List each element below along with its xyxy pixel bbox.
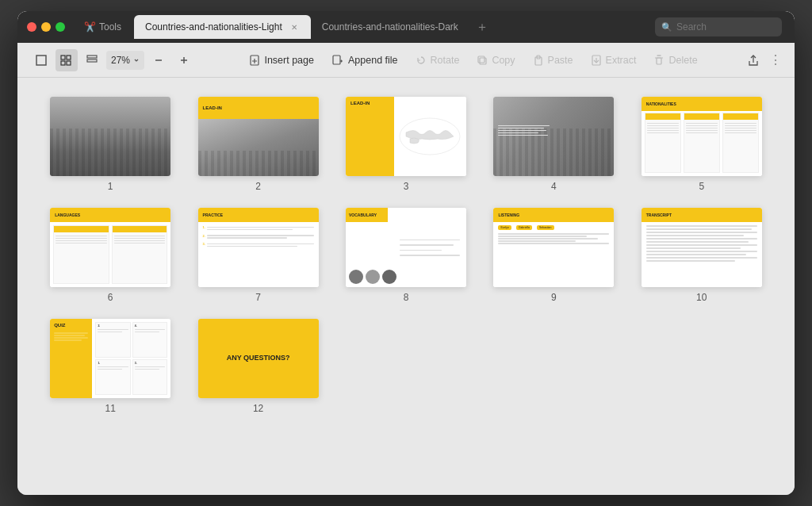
slide-1-content: COUNTRIES & NATIONALITIES (50, 97, 170, 176)
slide-2-title: LEAD-IN (203, 105, 222, 110)
svg-rect-22 (657, 58, 661, 64)
delete-button[interactable]: Delete (645, 50, 705, 71)
page-item-10[interactable]: TRANSCRIPT 10 (634, 208, 769, 303)
slide-9-header: LISTENING (493, 208, 614, 222)
page-num-8: 8 (404, 292, 409, 303)
insert-page-button[interactable]: Insert page (241, 50, 322, 71)
app-window: ✂️ Tools Countries-and-nationalities-Lig… (17, 11, 795, 495)
page-thumb-3[interactable]: LEAD-IN (346, 97, 466, 176)
search-icon: 🔍 (661, 22, 672, 33)
page-thumb-9[interactable]: LISTENING Evelyn Gabriella Sebastian (493, 208, 614, 287)
paste-icon (533, 54, 544, 67)
slide-3-content: LEAD-IN (346, 97, 466, 176)
page-item-9[interactable]: LISTENING Evelyn Gabriella Sebastian (486, 208, 621, 303)
single-page-view-button[interactable] (30, 49, 52, 71)
page-num-7: 7 (255, 292, 261, 303)
share-button[interactable] (742, 49, 764, 71)
grid-icon (60, 55, 73, 66)
tools-icon: ✂️ (84, 21, 96, 33)
page-item-1[interactable]: COUNTRIES & NATIONALITIES 1 (43, 97, 178, 192)
page-num-11: 11 (105, 403, 116, 414)
page-thumb-10[interactable]: TRANSCRIPT (642, 208, 762, 287)
tools-menu[interactable]: ✂️ Tools (78, 19, 128, 35)
slide-8-right (396, 211, 463, 284)
scroll-view-button[interactable] (81, 49, 103, 71)
page-num-3: 3 (404, 181, 409, 192)
slide-11-grid: 2. 4. 1. 3. (92, 319, 170, 398)
append-file-button[interactable]: Append file (324, 50, 406, 71)
search-box[interactable]: 🔍 (655, 17, 782, 36)
slide-6-table (53, 225, 167, 284)
secondary-toolbar: 27% Insert page (17, 43, 795, 78)
tab-add-button[interactable]: ＋ (469, 19, 495, 36)
copy-label: Copy (492, 55, 515, 66)
slide-11-q3: 1. (95, 359, 130, 395)
slide-12-content: ANY QUESTIONS? (198, 319, 319, 398)
slide-4-content-text (493, 121, 560, 176)
paste-button[interactable]: Paste (525, 50, 581, 71)
zoom-control[interactable]: 27% (106, 51, 144, 70)
svg-rect-0 (36, 56, 46, 65)
single-page-icon (35, 55, 48, 66)
plus-icon (178, 55, 190, 66)
slide-6-header: LANGUAGES (50, 208, 170, 222)
slide-8-circles (349, 270, 396, 284)
page-item-2[interactable]: LEAD-IN 2 (190, 97, 325, 192)
page-item-5[interactable]: NATIONALITIES (634, 97, 769, 192)
page-thumb-1[interactable]: COUNTRIES & NATIONALITIES (50, 97, 170, 176)
more-options-button[interactable]: ⋮ (769, 52, 782, 67)
zoom-value: 27% (111, 55, 130, 66)
page-thumb-7[interactable]: PRACTICE 1. 2. 3. (198, 208, 319, 287)
slide-5-col-2 (684, 113, 720, 173)
page-thumb-5[interactable]: NATIONALITIES (642, 97, 762, 176)
rotate-button[interactable]: Rotate (408, 51, 468, 70)
slide-7-item-2: 2. (203, 234, 314, 240)
slide-9-body: Evelyn Gabriella Sebastian (498, 225, 609, 282)
page-item-8[interactable]: VOCABULARY 8 (339, 208, 473, 303)
pages-container[interactable]: COUNTRIES & NATIONALITIES 1 LEAD-IN (17, 78, 795, 495)
slide-2-image (198, 119, 319, 176)
share-icon (747, 53, 760, 67)
page-item-7[interactable]: PRACTICE 1. 2. 3. (190, 208, 325, 303)
copy-button[interactable]: Copy (469, 51, 523, 70)
page-thumb-11[interactable]: QUIZ 2. (50, 319, 170, 398)
zoom-chevron-icon (133, 57, 140, 63)
slide-7-item-1: 1. (203, 225, 314, 232)
page-item-3[interactable]: LEAD-IN 3 (339, 97, 473, 192)
zoom-out-button[interactable] (147, 49, 170, 71)
page-item-12[interactable]: ANY QUESTIONS? 12 (190, 319, 325, 414)
page-thumb-8[interactable]: VOCABULARY (346, 208, 466, 287)
page-item-4[interactable]: SPEAKING 4 (486, 97, 621, 192)
tab-active[interactable]: Countries-and-nationalities-Light ✕ (134, 15, 311, 39)
slide-3-map (394, 97, 466, 176)
close-button[interactable] (27, 22, 36, 32)
grid-view-button[interactable] (56, 49, 78, 71)
slide-8-circle-2 (366, 270, 380, 284)
slide-2-content: LEAD-IN (198, 97, 319, 176)
page-item-6[interactable]: LANGUAGES (43, 208, 178, 303)
slide-3-title: LEAD-IN (350, 101, 370, 105)
page-thumb-2[interactable]: LEAD-IN (198, 97, 319, 176)
slide-9-opt-3: Sebastian (537, 225, 554, 230)
extract-button[interactable]: Extract (583, 50, 645, 71)
slide-6-col-2 (112, 225, 168, 284)
search-input[interactable] (676, 21, 776, 33)
page-thumb-12[interactable]: ANY QUESTIONS? (198, 319, 319, 398)
page-num-6: 6 (108, 292, 113, 303)
delete-icon (653, 54, 665, 67)
page-item-11[interactable]: QUIZ 2. (43, 319, 178, 414)
svg-rect-2 (67, 56, 71, 59)
delete-label: Delete (668, 55, 697, 66)
traffic-lights (27, 22, 65, 32)
minimize-button[interactable] (41, 22, 51, 32)
slide-12-title: ANY QUESTIONS? (227, 354, 290, 363)
tab-close-active[interactable]: ✕ (289, 21, 300, 33)
tab-inactive[interactable]: Countries-and-nationalities-Dark (311, 15, 469, 39)
zoom-in-button[interactable] (173, 49, 195, 71)
slide-6-col-1 (53, 225, 109, 284)
fullscreen-button[interactable] (56, 22, 65, 32)
page-thumb-4[interactable]: SPEAKING (493, 97, 614, 176)
paste-label: Paste (548, 55, 573, 66)
page-thumb-6[interactable]: LANGUAGES (50, 208, 170, 287)
pages-grid: COUNTRIES & NATIONALITIES 1 LEAD-IN (43, 97, 769, 414)
